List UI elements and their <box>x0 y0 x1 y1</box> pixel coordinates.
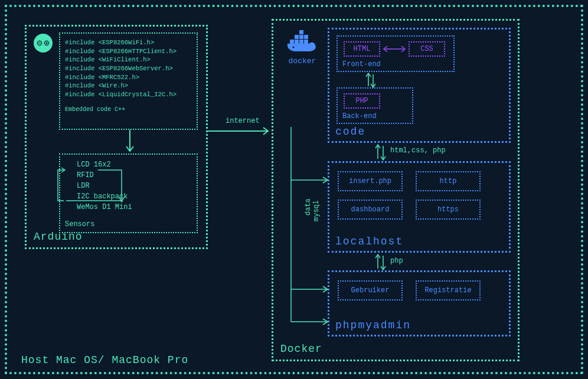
backend-label: Back-end <box>342 112 377 120</box>
frontend-box: Front-end HTML CSS <box>337 35 455 72</box>
docker-block: Docker docker code <box>272 19 520 361</box>
include-line: #include <ESP8266WebServer.h> <box>65 64 192 73</box>
phpmyadmin-box: phpmyadmin Gebruiker Registratie <box>328 270 511 336</box>
arrow-localhost-phpmyadmin-icon <box>374 253 388 271</box>
phpmyadmin-label: phpmyadmin <box>335 319 411 331</box>
sensors-label: Sensors <box>65 220 94 228</box>
htmlcssphp-label: html,css, php <box>390 146 446 155</box>
internet-label: internet <box>226 117 260 125</box>
arduino-block: Arduino #include <ESP8266WiFi.h> #includ… <box>25 25 208 249</box>
cell-registratie: Registratie <box>416 280 481 300</box>
code-box: code Front-end HTML CSS Back-e <box>328 28 511 143</box>
host-label: Host Mac OS/ MacBook Pro <box>21 354 188 366</box>
svg-rect-11 <box>295 35 299 39</box>
cell-insert: insert.php <box>338 171 403 191</box>
cell-https: https <box>416 200 481 220</box>
arrow-code-localhost-icon <box>374 143 388 161</box>
arrow-frontend-backend-icon <box>365 72 377 89</box>
frontend-label: Front-end <box>342 60 381 68</box>
include-line: #include <ESP8266WiFi.h> <box>65 38 192 47</box>
include-line: #include <LiquidCrystal_I2C.h> <box>65 90 192 99</box>
svg-rect-14 <box>299 30 303 34</box>
localhost-label: localhost <box>335 236 403 247</box>
cell-dashboard: dashboard <box>338 200 403 220</box>
svg-point-15 <box>293 47 295 48</box>
svg-rect-12 <box>299 35 303 39</box>
sensors-box: LCD 16x2 RFID LDR I2C backpack WeMos D1 … <box>59 153 198 233</box>
data-side-label: data <box>304 198 312 215</box>
docker-logo-icon: docker <box>282 29 323 66</box>
mysql-side-label: mysql <box>312 200 321 221</box>
svg-rect-10 <box>304 40 308 44</box>
arrow-includes-to-sensors-icon <box>124 130 136 155</box>
svg-rect-7 <box>290 40 294 44</box>
php-tag: PHP <box>344 93 380 109</box>
include-line: #include <WiFiClient.h> <box>65 55 192 64</box>
php-arrow-label: php <box>390 257 403 265</box>
docker-logo-text: docker <box>282 57 323 66</box>
svg-rect-13 <box>304 35 308 39</box>
svg-rect-9 <box>299 40 303 44</box>
code-label: code <box>335 126 365 138</box>
svg-rect-8 <box>295 40 299 44</box>
backend-box: Back-end PHP <box>337 87 413 124</box>
arduino-logo-icon <box>34 34 53 53</box>
include-line: #include <ESP8266HTTPClient.h> <box>65 47 192 56</box>
cell-gebruiker: Gebruiker <box>338 280 403 300</box>
docker-internal-connectors-icon <box>279 127 332 339</box>
docker-label: Docker <box>280 343 322 355</box>
html-tag: HTML <box>344 41 380 57</box>
sensors-loop-icon <box>51 165 128 207</box>
cell-http: http <box>416 171 481 191</box>
css-tag: CSS <box>409 41 445 57</box>
include-line: #include <MFRC522.h> <box>65 73 192 82</box>
embedded-code-label: Embedded code C++ <box>65 106 192 113</box>
arrow-internet-icon <box>208 125 273 137</box>
host-container: Host Mac OS/ MacBook Pro Arduino #includ… <box>5 5 583 374</box>
arrow-html-css-icon <box>381 45 407 53</box>
localhost-box: localhost insert.php http dashboard http… <box>328 161 511 253</box>
include-line: #include <Wire.h> <box>65 81 192 90</box>
includes-box: #include <ESP8266WiFi.h> #include <ESP82… <box>59 32 198 130</box>
